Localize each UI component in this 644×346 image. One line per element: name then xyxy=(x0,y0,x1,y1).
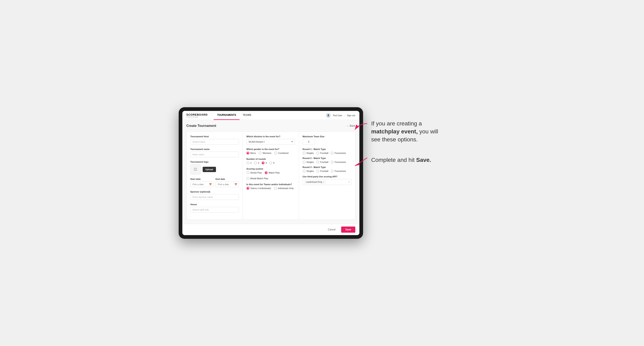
api-label: Use third-party live scoring API? xyxy=(303,175,352,178)
annotation-bottom-text: Complete and hit Save. xyxy=(371,156,445,164)
brand-title: SCOREBOARD xyxy=(186,113,208,116)
tournament-name-input[interactable] xyxy=(190,152,239,157)
round1-label: Round 1 - Match Type xyxy=(303,148,352,150)
gender-label: Which gender is the event for? xyxy=(246,148,295,150)
rounds-label: Number of rounds xyxy=(246,158,295,160)
r3-fourball-label: Fourball xyxy=(320,170,328,172)
individuals-option[interactable]: Individuals Only xyxy=(274,187,294,190)
r3-foursomes-circle xyxy=(331,170,334,173)
radio-medal-circle xyxy=(246,177,249,180)
round2-fourball[interactable]: Fourball xyxy=(316,161,328,164)
start-date-label: Start date xyxy=(190,178,214,180)
annotation-top-bold: matchplay event, xyxy=(371,128,418,135)
round1-options: Singles Fourball Foursomes xyxy=(303,152,352,155)
r3-singles-label: Singles xyxy=(306,170,314,172)
rounds-3[interactable]: 3 xyxy=(262,162,267,164)
round3-match-type: Round 3 - Match Type Singles Fourball xyxy=(303,166,352,173)
scoring-medal[interactable]: Medal Match Play xyxy=(246,177,268,180)
round3-singles[interactable]: Singles xyxy=(303,170,314,173)
gender-mens[interactable]: Mens xyxy=(246,152,256,155)
end-date-group: End date 📅 xyxy=(216,178,239,187)
form-footer: Cancel Save xyxy=(182,224,360,235)
tournament-name-group: Tournament name xyxy=(190,148,239,157)
save-button[interactable]: Save xyxy=(341,226,355,233)
scoring-match-label: Match Play xyxy=(268,172,280,174)
round3-label: Round 3 - Match Type xyxy=(303,166,352,169)
teams-option[interactable]: Teams (+Individuals) xyxy=(246,187,271,190)
r1-fourball-circle xyxy=(316,152,319,155)
annotation-panel: If you are creating a matchplay event, y… xyxy=(371,107,445,164)
brand-sub: Powered by clippit xyxy=(186,116,208,118)
annotation-top: If you are creating a matchplay event, y… xyxy=(371,120,445,144)
gender-combined[interactable]: Combined xyxy=(274,152,288,155)
teams-label-text: Teams (+Individuals) xyxy=(250,187,271,189)
radio-match-circle xyxy=(265,171,268,174)
r2-fourball-label: Fourball xyxy=(320,161,328,163)
scoring-match[interactable]: Match Play xyxy=(265,171,280,174)
teams-group: Is this event for Teams and/or Individua… xyxy=(246,183,295,190)
gender-radio-group: Mens Womens Combined xyxy=(246,152,295,155)
sponsor-input[interactable] xyxy=(190,194,239,200)
r2-singles-label: Singles xyxy=(306,161,314,163)
r3-singles-circle xyxy=(303,170,306,173)
r3-fourball-circle xyxy=(316,170,319,173)
radio-stroke-circle xyxy=(246,171,249,174)
radio-combined-circle xyxy=(274,152,277,155)
form-grid: Tournament Host Tournament name Tourname… xyxy=(186,131,355,220)
api-tag-remove[interactable]: ✕ xyxy=(323,181,324,183)
api-select-wrapper[interactable]: Leaderboard King ✕ ▾ xyxy=(303,179,352,185)
round2-foursomes[interactable]: Foursomes xyxy=(331,161,346,164)
tournament-host-label: Tournament Host xyxy=(190,135,239,138)
api-tag-text: Leaderboard King xyxy=(306,181,322,183)
teams-radio-group: Teams (+Individuals) Individuals Only xyxy=(246,187,295,190)
rounds-radio-group: 1 2 3 xyxy=(246,162,295,164)
form-col-2: Which division is the event for? NCAA Di… xyxy=(243,132,299,219)
gender-womens[interactable]: Womens xyxy=(258,152,271,155)
nav-teams[interactable]: TEAMS xyxy=(240,111,255,120)
sponsor-label: Sponsor (optional) xyxy=(190,190,239,193)
rounds-1[interactable]: 1 xyxy=(246,162,252,164)
rounds-4[interactable]: 4 xyxy=(269,162,274,164)
upload-button[interactable]: Upload xyxy=(203,167,216,172)
annotation-bottom-bold: Save. xyxy=(416,157,431,163)
nav-tournaments[interactable]: TOURNAMENTS xyxy=(214,111,239,120)
division-label: Which division is the event for? xyxy=(246,135,295,138)
division-select[interactable]: NCAA Division I xyxy=(246,139,295,145)
tournament-logo-group: Tournament logo 🖼 Upload xyxy=(190,161,239,174)
scoring-stroke[interactable]: Stroke Play xyxy=(246,171,262,174)
round3-fourball[interactable]: Fourball xyxy=(316,170,328,173)
cancel-button[interactable]: Cancel xyxy=(324,226,339,233)
teams-label: Is this event for Teams and/or Individua… xyxy=(246,183,295,185)
sign-out-link[interactable]: Sign out xyxy=(347,114,355,117)
division-group: Which division is the event for? NCAA Di… xyxy=(246,135,295,145)
venue-input[interactable] xyxy=(190,207,239,213)
calendar-icon: 📅 xyxy=(209,183,212,186)
radio-r2-circle xyxy=(254,162,257,164)
r2-foursomes-circle xyxy=(331,161,334,164)
gender-combined-label: Combined xyxy=(278,152,288,154)
page-header: Create Tournament ← Back xyxy=(186,124,355,128)
rounds-2[interactable]: 2 xyxy=(254,162,259,164)
gender-group: Which gender is the event for? Mens Wome… xyxy=(246,148,295,155)
radio-teams-circle xyxy=(246,187,249,190)
r1-singles-circle xyxy=(303,152,306,155)
logo-placeholder: 🖼 xyxy=(190,164,200,174)
page-title: Create Tournament xyxy=(186,124,216,128)
round2-match-type: Round 2 - Match Type Singles Fourball xyxy=(303,157,352,164)
round2-singles[interactable]: Singles xyxy=(303,161,314,164)
annotation-bottom-text-1: Complete and hit xyxy=(371,157,416,163)
r1-fourball-label: Fourball xyxy=(320,152,328,154)
r2-singles-circle xyxy=(303,161,306,164)
annotation-top-text: If you are creating a matchplay event, y… xyxy=(371,120,445,144)
round1-singles[interactable]: Singles xyxy=(303,152,314,155)
round1-foursomes[interactable]: Foursomes xyxy=(331,152,346,155)
max-team-size-input[interactable] xyxy=(303,139,315,145)
tournament-host-input[interactable] xyxy=(190,139,239,145)
round1-fourball[interactable]: Fourball xyxy=(316,152,328,155)
round3-foursomes[interactable]: Foursomes xyxy=(331,170,346,173)
form-col-1: Tournament Host Tournament name Tourname… xyxy=(187,132,243,219)
scoring-medal-label: Medal Match Play xyxy=(250,177,268,180)
brand-logo: SCOREBOARD Powered by clippit xyxy=(186,113,208,118)
nav-right: 👤 Test User | Sign out xyxy=(326,113,355,118)
scoring-radio-group: Stroke Play Match Play Medal Match Play xyxy=(246,171,295,180)
